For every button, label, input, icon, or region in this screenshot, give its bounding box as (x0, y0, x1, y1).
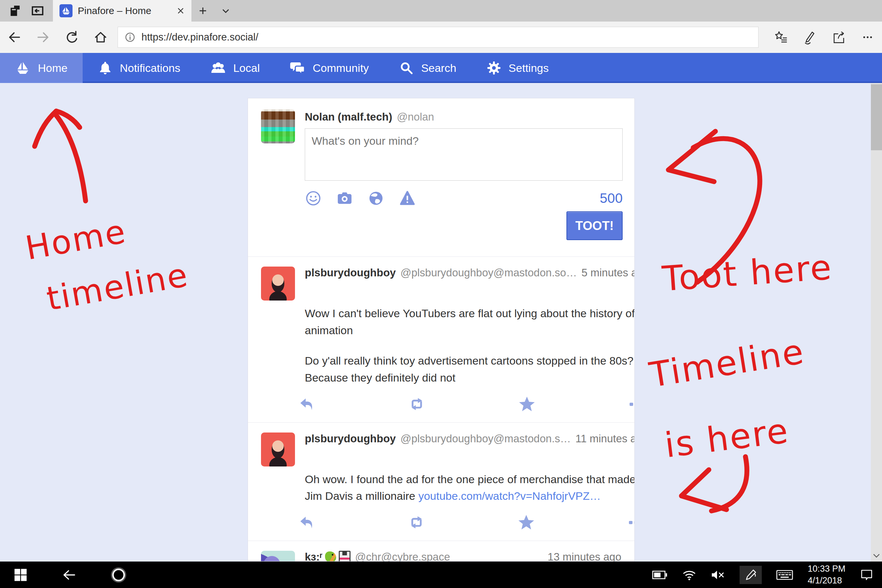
search-icon (399, 60, 414, 75)
nav-item-community[interactable]: Community (275, 53, 384, 83)
cortana-button-icon[interactable] (110, 567, 127, 583)
clock-time: 10:33 PM (807, 563, 845, 574)
post-avatar[interactable] (261, 551, 295, 561)
action-center-icon[interactable] (860, 568, 873, 582)
home-sailboat-icon (15, 60, 31, 76)
touch-keyboard-icon[interactable] (776, 569, 793, 581)
nav-item-local[interactable]: Local (195, 53, 275, 83)
nav-label-community: Community (313, 62, 369, 75)
post-body: Wow I can't believe YouTubers are flat o… (305, 305, 635, 387)
char-count: 500 (600, 190, 622, 206)
post-actions (298, 396, 635, 412)
volume-muted-icon[interactable] (711, 569, 725, 581)
taskbar-clock[interactable]: 10:33 PM 4/1/2018 (807, 563, 845, 586)
web-note-button[interactable] (796, 30, 825, 45)
favorite-button[interactable] (517, 514, 536, 531)
compose-box: Nolan (malf.tech) @nolan (248, 98, 634, 256)
nav-label-notifications: Notifications (120, 62, 180, 75)
browser-tab-bar: Pinafore – Home (0, 0, 882, 21)
people-icon (210, 60, 226, 76)
home-button[interactable] (86, 30, 115, 44)
post-handle: @plsburydoughboy@mastodon.s… (400, 432, 571, 445)
timeline-post[interactable]: plsburydoughboy @plsburydoughboy@mastodo… (248, 422, 634, 541)
post-avatar[interactable] (261, 432, 295, 466)
post-privacy-globe-icon[interactable] (368, 190, 384, 207)
scrollbar-down-arrow[interactable] (871, 552, 882, 559)
tab-preview-icon[interactable] (31, 4, 44, 18)
compose-handle: @nolan (397, 111, 434, 123)
favorite-button[interactable] (518, 396, 536, 412)
post-timestamp: 5 minutes ago (582, 267, 635, 279)
boost-button[interactable] (407, 514, 426, 531)
timeline-post[interactable]: kз:ʳ @chr@cybre.space 13 minutes ago you… (248, 541, 634, 561)
pinafore-favicon-icon (60, 4, 72, 17)
post-display-name-text: kз:ʳ (305, 551, 322, 561)
compose-avatar[interactable] (261, 110, 295, 143)
refresh-button[interactable] (57, 30, 86, 44)
toot-button[interactable]: TOOT! (567, 212, 622, 240)
attach-media-icon[interactable] (336, 190, 353, 207)
boost-button[interactable] (408, 396, 426, 412)
post-paragraph: Do y'all really think toy advertisement … (305, 352, 635, 386)
back-button[interactable] (0, 30, 29, 44)
post-display-name: kз:ʳ (305, 551, 351, 561)
pen-icon (744, 568, 757, 582)
timeline-post[interactable]: plsburydoughboy @plsburydoughboy@mastodo… (248, 256, 634, 422)
nav-item-notifications[interactable]: Notifications (82, 53, 195, 83)
browser-toolbar: https://dev.pinafore.social/ (0, 21, 882, 53)
page-content: Nolan (malf.tech) @nolan (0, 83, 882, 561)
post-timestamp: 11 minutes ago (576, 432, 635, 445)
compose-input[interactable] (305, 128, 622, 181)
scrollbar-thumb[interactable] (871, 84, 882, 150)
post-avatar[interactable] (261, 267, 295, 300)
taskbar-back-button-icon[interactable] (62, 567, 76, 582)
url-text: https://dev.pinafore.social/ (141, 32, 258, 43)
start-button-icon[interactable] (14, 568, 27, 582)
compose-display-name: Nolan (malf.tech) (305, 111, 392, 123)
post-link[interactable]: youtube.com/watch?v=NahfojrVPZ… (418, 490, 601, 502)
nav-item-search[interactable]: Search (384, 53, 471, 83)
wifi-icon[interactable] (682, 569, 696, 581)
emoji-picker-icon[interactable] (305, 190, 322, 207)
set-aside-tabs-icon[interactable] (9, 4, 22, 18)
tab-tools (0, 0, 53, 21)
bell-icon (98, 60, 113, 75)
battery-icon[interactable] (652, 569, 668, 581)
nav-item-settings[interactable]: Settings (471, 53, 564, 83)
screen: Pinafore – Home (0, 0, 882, 588)
post-handle: @plsburydoughboy@mastodon.so… (400, 267, 577, 279)
chat-bubbles-icon (290, 60, 305, 76)
content-warning-icon[interactable] (399, 190, 416, 207)
share-button[interactable] (825, 30, 853, 45)
reply-button[interactable] (298, 396, 316, 412)
forward-button[interactable] (29, 30, 57, 44)
tab-list-dropdown-icon[interactable] (214, 0, 237, 21)
nav-label-search: Search (421, 62, 456, 75)
clock-date: 4/1/2018 (807, 575, 845, 586)
tab-close-icon[interactable] (176, 6, 185, 15)
site-info-icon[interactable] (124, 32, 136, 43)
windows-taskbar: 10:33 PM 4/1/2018 (0, 561, 882, 588)
page-scrollbar[interactable] (871, 83, 882, 561)
post-body: Oh wow. I found the ad for the one piece… (305, 471, 635, 505)
new-tab-button[interactable] (191, 0, 214, 21)
more-options-button[interactable] (627, 396, 635, 412)
nav-label-home: Home (38, 62, 68, 75)
dragon-emoji-icon (325, 551, 336, 561)
post-timestamp: 13 minutes ago (548, 551, 621, 561)
post-actions (298, 514, 635, 531)
nav-item-home[interactable]: Home (0, 53, 82, 83)
hub-favorites-button[interactable] (767, 30, 796, 45)
address-bar[interactable]: https://dev.pinafore.social/ (118, 27, 759, 48)
windows-ink-button[interactable] (740, 566, 762, 584)
more-actions-button[interactable] (853, 30, 882, 45)
nav-label-local: Local (233, 62, 260, 75)
post-handle: @chr@cybre.space (355, 551, 450, 561)
floppy-disk-emoji-icon (339, 551, 351, 561)
reply-button[interactable] (298, 514, 316, 531)
gear-icon (486, 60, 501, 75)
post-paragraph: Wow I can't believe YouTubers are flat o… (305, 305, 635, 339)
browser-tab[interactable]: Pinafore – Home (53, 0, 191, 21)
post-display-name: plsburydoughboy (305, 267, 396, 279)
more-options-button[interactable] (627, 514, 635, 531)
